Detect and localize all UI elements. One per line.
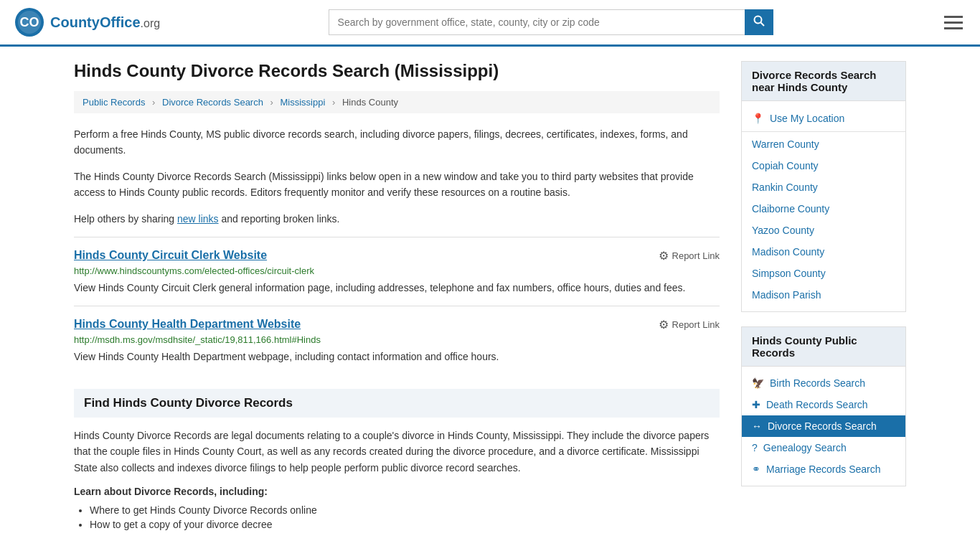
- divider: [742, 131, 905, 132]
- sidebar-birth-records[interactable]: 🦅 Birth Records Search: [742, 372, 905, 394]
- sidebar-divorce-records[interactable]: ↔ Divorce Records Search: [742, 415, 905, 437]
- logo-icon: CO: [14, 7, 44, 37]
- bullet-1: Where to get Hinds County Divorce Record…: [90, 504, 720, 516]
- description-2: The Hinds County Divorce Records Search …: [74, 169, 720, 201]
- death-icon: ✚: [752, 399, 760, 410]
- report-link-1[interactable]: ⚙ Report Link: [659, 249, 720, 263]
- divorce-icon: ↔: [752, 420, 762, 432]
- sidebar-marriage-records[interactable]: ⚭ Marriage Records Search: [742, 458, 905, 480]
- report-icon-2: ⚙: [659, 318, 669, 331]
- search-icon: [753, 15, 765, 27]
- svg-text:CO: CO: [20, 15, 39, 29]
- nearby-warren-county[interactable]: Warren County: [742, 133, 905, 155]
- link-card-1: Hinds County Circuit Clerk Website ⚙ Rep…: [74, 237, 720, 303]
- location-pin-icon: 📍: [752, 113, 764, 124]
- report-icon-1: ⚙: [659, 249, 669, 263]
- link-card-1-title[interactable]: Hinds County Circuit Clerk Website: [74, 249, 267, 262]
- nearby-links: 📍 Use My Location Warren County Copiah C…: [742, 101, 905, 311]
- main-content: Hinds County Divorce Records Search (Mis…: [60, 47, 920, 547]
- sidebar-genealogy-search[interactable]: ? Genealogy Search: [742, 437, 905, 458]
- svg-line-4: [760, 23, 764, 27]
- breadcrumb-divorce-records[interactable]: Divorce Records Search: [162, 97, 263, 108]
- genealogy-icon: ?: [752, 442, 758, 453]
- description-3: Help others by sharing new links and rep…: [74, 211, 720, 227]
- breadcrumb: Public Records › Divorce Records Search …: [74, 91, 720, 113]
- section-heading: Find Hinds County Divorce Records: [74, 389, 720, 418]
- sidebar: Divorce Records Search near Hinds County…: [741, 61, 906, 533]
- search-button[interactable]: [745, 9, 773, 35]
- bullets-list: Where to get Hinds County Divorce Record…: [90, 504, 720, 530]
- nearby-box: Divorce Records Search near Hinds County…: [741, 61, 906, 312]
- link-card-2-url[interactable]: http://msdh.ms.gov/msdhsite/_static/19,8…: [74, 334, 720, 345]
- public-records-title: Hinds County Public Records: [742, 327, 905, 367]
- marriage-icon: ⚭: [752, 463, 760, 475]
- site-header: CO CountyOffice.org: [0, 0, 980, 47]
- page-title: Hinds County Divorce Records Search (Mis…: [74, 61, 720, 81]
- records-description: Hinds County Divorce Records are legal d…: [74, 428, 720, 476]
- nearby-simpson-county[interactable]: Simpson County: [742, 263, 905, 284]
- report-link-2[interactable]: ⚙ Report Link: [659, 318, 720, 331]
- search-area: [329, 9, 773, 35]
- link-card-1-desc: View Hinds County Circuit Clerk general …: [74, 281, 720, 296]
- description-1: Perform a free Hinds County, MS public d…: [74, 126, 720, 159]
- logo-text: CountyOffice.org: [50, 14, 160, 31]
- nearby-rankin-county[interactable]: Rankin County: [742, 176, 905, 198]
- use-my-location[interactable]: 📍 Use My Location: [742, 107, 905, 130]
- birth-icon: 🦅: [752, 377, 764, 389]
- public-records-links: 🦅 Birth Records Search ✚ Death Records S…: [742, 367, 905, 486]
- sidebar-death-records[interactable]: ✚ Death Records Search: [742, 394, 905, 415]
- link-card-1-url[interactable]: http://www.hindscountyms.com/elected-off…: [74, 265, 720, 276]
- bullet-2: How to get a copy of your divorce decree: [90, 519, 720, 530]
- content-area: Hinds County Divorce Records Search (Mis…: [74, 61, 720, 533]
- new-links-link[interactable]: new links: [177, 213, 219, 225]
- breadcrumb-current: Hinds County: [342, 97, 398, 108]
- hamburger-menu-icon[interactable]: [941, 13, 966, 32]
- nearby-claiborne-county[interactable]: Claiborne County: [742, 198, 905, 220]
- link-card-2: Hinds County Health Department Website ⚙…: [74, 306, 720, 372]
- breadcrumb-mississippi[interactable]: Mississippi: [281, 97, 326, 108]
- nearby-madison-parish[interactable]: Madison Parish: [742, 284, 905, 306]
- learn-heading: Learn about Divorce Records, including:: [74, 486, 720, 497]
- search-input[interactable]: [329, 9, 745, 35]
- nearby-title: Divorce Records Search near Hinds County: [742, 62, 905, 101]
- public-records-box: Hinds County Public Records 🦅 Birth Reco…: [741, 326, 906, 486]
- link-card-2-title[interactable]: Hinds County Health Department Website: [74, 318, 301, 331]
- logo-area[interactable]: CO CountyOffice.org: [14, 7, 160, 37]
- nearby-copiah-county[interactable]: Copiah County: [742, 155, 905, 176]
- svg-point-3: [754, 17, 761, 24]
- nearby-madison-county[interactable]: Madison County: [742, 241, 905, 263]
- link-card-2-desc: View Hinds County Health Department webp…: [74, 349, 720, 364]
- nearby-yazoo-county[interactable]: Yazoo County: [742, 220, 905, 241]
- breadcrumb-public-records[interactable]: Public Records: [83, 97, 145, 108]
